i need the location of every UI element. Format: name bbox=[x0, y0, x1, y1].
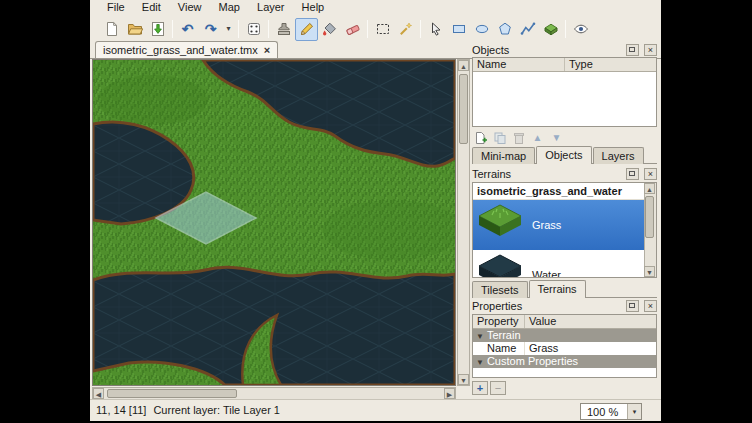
terrain-item-grass[interactable]: Grass bbox=[473, 200, 656, 250]
close-panel-icon[interactable]: × bbox=[644, 300, 657, 312]
insert-rectangle-icon bbox=[451, 21, 467, 37]
scroll-left-icon[interactable]: ◀ bbox=[93, 388, 104, 399]
add-object-icon bbox=[474, 131, 488, 145]
redo-dropdown-button[interactable]: ▾ bbox=[222, 18, 235, 41]
random-mode-button[interactable] bbox=[242, 18, 265, 41]
vertical-scrollbar[interactable]: ▲ ▼ bbox=[457, 59, 470, 386]
vertical-scroll-thumb[interactable] bbox=[459, 74, 468, 144]
menu-view[interactable]: View bbox=[171, 0, 209, 14]
terrain-tileset-row[interactable]: isometric_grass_and_water bbox=[473, 183, 656, 200]
redo-button[interactable]: ↷ bbox=[199, 18, 222, 41]
status-bar: 11, 14 [11] Current layer: Tile Layer 1 … bbox=[90, 399, 661, 421]
terrains-scrollbar[interactable]: ▲ ▼ bbox=[644, 183, 656, 277]
remove-property-button[interactable]: − bbox=[490, 381, 506, 395]
open-map-icon bbox=[127, 21, 143, 37]
bucket-fill-button[interactable] bbox=[318, 18, 341, 41]
stamp-brush-icon bbox=[276, 21, 292, 37]
scroll-up-icon[interactable]: ▲ bbox=[644, 183, 655, 194]
objects-table: Name Type bbox=[472, 57, 657, 127]
tab-objects[interactable]: Objects bbox=[536, 146, 591, 164]
tab-tilesets[interactable]: Tilesets bbox=[472, 281, 528, 298]
menu-map[interactable]: Map bbox=[212, 0, 247, 14]
remove-object-button[interactable] bbox=[510, 129, 527, 146]
horizontal-scroll-thumb[interactable] bbox=[107, 389, 237, 398]
eraser-button[interactable] bbox=[341, 18, 364, 41]
select-objects-button[interactable] bbox=[424, 18, 447, 41]
duplicate-object-icon bbox=[493, 131, 507, 145]
document-tab[interactable]: isometric_grass_and_water.tmx× bbox=[95, 41, 278, 58]
stamp-brush-button[interactable] bbox=[272, 18, 295, 41]
scroll-up-icon[interactable]: ▲ bbox=[458, 60, 469, 71]
map-canvas[interactable] bbox=[92, 59, 456, 386]
bucket-fill-icon bbox=[322, 21, 338, 37]
save-map-button[interactable] bbox=[146, 18, 169, 41]
tab-layers[interactable]: Layers bbox=[593, 147, 644, 164]
undo-icon: ↶ bbox=[182, 22, 194, 36]
toolbar-separator bbox=[420, 20, 421, 38]
document-tab-label: isometric_grass_and_water.tmx bbox=[103, 44, 258, 56]
select-objects-icon bbox=[428, 21, 444, 37]
zoom-select[interactable]: 100 % ▾ bbox=[580, 403, 642, 420]
highlight-layer-button[interactable] bbox=[569, 18, 592, 41]
current-layer-label: Current layer: Tile Layer 1 bbox=[153, 404, 280, 416]
terrain-group-row[interactable]: ▼Terrain bbox=[473, 329, 656, 342]
float-panel-icon[interactable] bbox=[626, 300, 639, 312]
save-map-icon bbox=[150, 21, 166, 37]
lower-object-icon: ▼ bbox=[552, 131, 562, 145]
scroll-down-icon[interactable]: ▼ bbox=[644, 266, 655, 277]
cursor-coordinates: 11, 14 [11] bbox=[96, 404, 146, 416]
close-panel-icon[interactable]: × bbox=[644, 168, 657, 180]
undo-button[interactable]: ↶ bbox=[176, 18, 199, 41]
tab-minimap[interactable]: Mini-map bbox=[472, 147, 535, 164]
tiled-window: File Edit View Map Layer Help ↶ ↷ ▾ bbox=[90, 0, 661, 421]
property-value[interactable]: Grass bbox=[525, 342, 562, 355]
main-toolbar: ↶ ↷ ▾ bbox=[90, 16, 661, 42]
new-map-button[interactable] bbox=[100, 18, 123, 41]
scroll-right-icon[interactable]: ▶ bbox=[444, 388, 455, 399]
chevron-down-icon: ▾ bbox=[627, 404, 641, 419]
insert-ellipse-button[interactable] bbox=[470, 18, 493, 41]
close-panel-icon[interactable]: × bbox=[644, 44, 657, 56]
duplicate-object-button[interactable] bbox=[491, 129, 508, 146]
float-panel-icon[interactable] bbox=[626, 44, 639, 56]
add-property-button[interactable]: + bbox=[472, 381, 488, 395]
scroll-down-icon[interactable]: ▼ bbox=[458, 374, 469, 385]
custom-properties-group-row[interactable]: ▼Custom Properties bbox=[473, 355, 656, 368]
menu-help[interactable]: Help bbox=[295, 0, 332, 14]
lower-object-button[interactable]: ▼ bbox=[548, 129, 565, 146]
objects-panel-title: Objects × bbox=[472, 44, 657, 57]
collapse-icon: ▼ bbox=[476, 358, 484, 367]
terrains-list: isometric_grass_and_water Grass Water ▲ … bbox=[472, 182, 657, 278]
magic-wand-icon bbox=[398, 21, 414, 37]
rectangular-select-button[interactable] bbox=[371, 18, 394, 41]
insert-tile-button[interactable] bbox=[539, 18, 562, 41]
insert-rectangle-button[interactable] bbox=[447, 18, 470, 41]
insert-polygon-icon bbox=[497, 21, 513, 37]
terrain-brush-icon bbox=[299, 21, 315, 37]
property-row-name[interactable]: Name Grass bbox=[473, 342, 656, 355]
terrain-item-label: Water bbox=[532, 269, 561, 278]
toolbar-separator bbox=[367, 20, 368, 38]
tab-terrains[interactable]: Terrains bbox=[529, 280, 586, 298]
close-tab-icon[interactable]: × bbox=[264, 44, 270, 56]
menu-layer[interactable]: Layer bbox=[250, 0, 292, 14]
raise-object-button[interactable]: ▲ bbox=[529, 129, 546, 146]
terrain-item-water[interactable]: Water bbox=[473, 250, 656, 278]
terrain-brush-button[interactable] bbox=[295, 18, 318, 41]
toolbar-separator bbox=[565, 20, 566, 38]
letterbox: File Edit View Map Layer Help ↶ ↷ ▾ bbox=[0, 0, 752, 423]
properties-panel-label: Properties bbox=[472, 300, 522, 312]
terrains-scroll-thumb[interactable] bbox=[645, 196, 654, 238]
magic-wand-button[interactable] bbox=[394, 18, 417, 41]
menu-file[interactable]: File bbox=[100, 0, 132, 14]
grass-tile-thumbnail bbox=[477, 203, 523, 247]
menu-edit[interactable]: Edit bbox=[135, 0, 168, 14]
raise-object-icon: ▲ bbox=[533, 131, 543, 145]
open-map-button[interactable] bbox=[123, 18, 146, 41]
insert-polyline-button[interactable] bbox=[516, 18, 539, 41]
float-panel-icon[interactable] bbox=[626, 168, 639, 180]
objects-column-type: Type bbox=[565, 58, 656, 71]
insert-polygon-button[interactable] bbox=[493, 18, 516, 41]
eraser-icon bbox=[345, 21, 361, 37]
add-object-button[interactable] bbox=[472, 129, 489, 146]
